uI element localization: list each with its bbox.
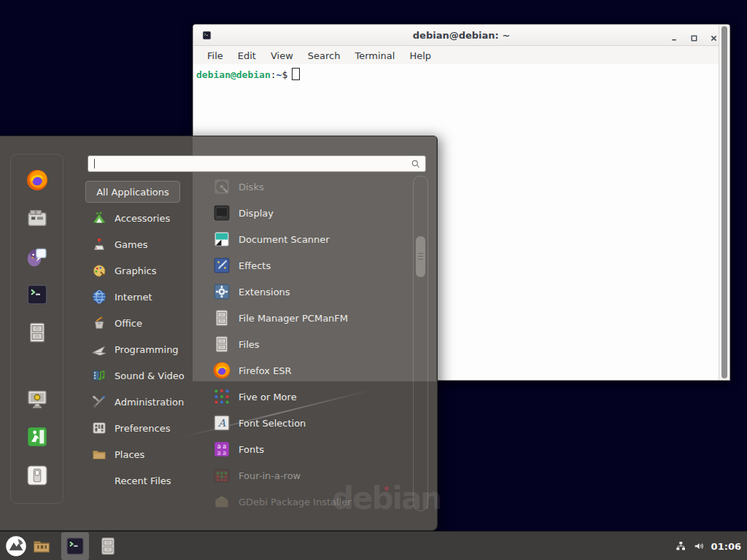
- five-or-more-icon: [212, 387, 231, 406]
- preferences-icon: [91, 420, 107, 436]
- category-graphics[interactable]: Graphics: [85, 257, 202, 284]
- terminal-scrollbar[interactable]: [719, 25, 729, 380]
- app-gdebi-package-installer[interactable]: GDebi Package Installer: [208, 489, 411, 515]
- application-menu: debian All Applications AccessoriesGames…: [0, 136, 438, 531]
- app-files[interactable]: Files: [208, 331, 411, 357]
- firefox-icon: [26, 168, 49, 192]
- file-manager-launcher[interactable]: [28, 532, 55, 560]
- app-document-scanner[interactable]: Document Scanner: [208, 226, 411, 252]
- category-places[interactable]: Places: [85, 441, 202, 467]
- category-internet[interactable]: Internet: [85, 284, 202, 310]
- category-label: Internet: [115, 292, 152, 303]
- screensaver-favorite[interactable]: [26, 387, 49, 411]
- maximize-button[interactable]: [690, 31, 698, 39]
- shutdown-favorite[interactable]: [26, 464, 49, 487]
- category-accessories[interactable]: Accessories: [85, 205, 202, 231]
- app-fonts[interactable]: a aa aFonts: [208, 436, 411, 462]
- administration-icon: [91, 394, 107, 410]
- firefox-icon: [212, 361, 231, 380]
- category-office[interactable]: Office: [85, 310, 202, 336]
- category-label: Programming: [115, 344, 179, 355]
- menu-button[interactable]: [2, 532, 30, 560]
- files-launcher[interactable]: [94, 532, 122, 560]
- all-applications-button[interactable]: All Applications: [85, 181, 180, 203]
- terminal-menu-terminal[interactable]: Terminal: [347, 50, 402, 61]
- app-font-selection[interactable]: AFont Selection: [208, 410, 411, 436]
- svg-text:a a: a a: [217, 449, 227, 456]
- category-label: Sound & Video: [115, 370, 185, 381]
- category-administration[interactable]: Administration: [85, 389, 202, 415]
- svg-text:A: A: [217, 417, 226, 429]
- firefox-favorite[interactable]: [26, 168, 49, 192]
- terminal-launcher[interactable]: [61, 532, 89, 560]
- close-button[interactable]: [710, 31, 718, 39]
- app-four-in-a-row[interactable]: Four-in-a-row: [208, 462, 411, 489]
- app-file-manager-pcmanfm[interactable]: File Manager PCManFM: [208, 305, 411, 331]
- messenger-icon: [26, 245, 49, 268]
- category-recent-files[interactable]: Recent Files: [85, 467, 202, 494]
- package-manager-icon: [26, 207, 49, 230]
- network-icon[interactable]: [675, 540, 686, 552]
- terminal-menu-search[interactable]: Search: [301, 50, 348, 61]
- volume-icon[interactable]: [693, 540, 705, 552]
- terminal-titlebar[interactable]: debian@debian: ~: [193, 25, 729, 46]
- file-manager-favorite[interactable]: [26, 321, 49, 344]
- office-icon: [91, 315, 107, 331]
- disks-icon: [212, 177, 231, 196]
- app-label: Document Scanner: [239, 234, 330, 245]
- app-disks[interactable]: Disks: [208, 174, 411, 200]
- terminal-menubar: FileEditViewSearchTerminalHelp: [193, 46, 729, 65]
- clock[interactable]: 01:06: [711, 541, 741, 552]
- category-games[interactable]: Games: [85, 231, 202, 257]
- taskbar: 01:06: [0, 531, 747, 560]
- terminal-menu-file[interactable]: File: [200, 50, 231, 61]
- display-icon: [212, 203, 231, 222]
- app-effects[interactable]: Effects: [208, 252, 411, 279]
- text-caret: [94, 159, 95, 168]
- menu-scrollbar-thumb[interactable]: [416, 236, 425, 277]
- category-label: Places: [115, 449, 144, 460]
- category-sound-video[interactable]: Sound & Video: [85, 362, 202, 389]
- terminal-favorite[interactable]: [26, 283, 49, 306]
- category-label: Administration: [115, 397, 184, 408]
- cabinet-icon: [98, 536, 118, 556]
- logout-favorite[interactable]: [26, 425, 49, 448]
- app-extensions[interactable]: Extensions: [208, 279, 411, 305]
- terminal-scrollbar-thumb[interactable]: [721, 26, 727, 378]
- search-icon[interactable]: [411, 159, 421, 169]
- category-label: Recent Files: [115, 475, 171, 486]
- app-firefox-esr[interactable]: Firefox ESR: [208, 357, 411, 384]
- terminal-menu-view[interactable]: View: [263, 50, 301, 61]
- search-input[interactable]: [88, 158, 411, 169]
- category-programming[interactable]: Programming: [85, 336, 202, 362]
- messenger-favorite[interactable]: [26, 245, 49, 268]
- category-preferences[interactable]: Preferences: [85, 415, 202, 441]
- terminal-menu-edit[interactable]: Edit: [231, 50, 263, 61]
- category-label: Accessories: [115, 213, 170, 224]
- app-label: Five or More: [239, 392, 297, 402]
- logout-icon: [26, 425, 49, 448]
- app-five-or-more[interactable]: Five or More: [208, 384, 411, 410]
- app-display[interactable]: Display: [208, 200, 411, 226]
- files-icon: [212, 335, 231, 354]
- menu-scrollbar[interactable]: [413, 176, 428, 511]
- application-list: DisksDisplayDocument ScannerEffectsExten…: [208, 174, 411, 515]
- gdebi-icon: [212, 492, 231, 511]
- app-label: Font Selection: [239, 418, 306, 429]
- search-box: [88, 155, 426, 172]
- prompt-colon: :: [271, 69, 276, 80]
- app-label: Fonts: [239, 444, 264, 455]
- effects-icon: [212, 256, 231, 275]
- category-label: Graphics: [115, 265, 156, 276]
- package-manager-favorite[interactable]: [26, 207, 49, 230]
- minimize-button[interactable]: [670, 31, 678, 39]
- terminal-window-icon: [202, 31, 212, 40]
- folder-icon: [31, 536, 52, 556]
- app-label: Effects: [239, 260, 271, 271]
- category-label: Games: [115, 239, 147, 250]
- cabinet-icon: [26, 321, 49, 344]
- app-label: Four-in-a-row: [239, 470, 301, 481]
- four-in-a-row-icon: [212, 466, 231, 485]
- terminal-title: debian@debian: ~: [193, 30, 729, 41]
- terminal-menu-help[interactable]: Help: [402, 50, 438, 61]
